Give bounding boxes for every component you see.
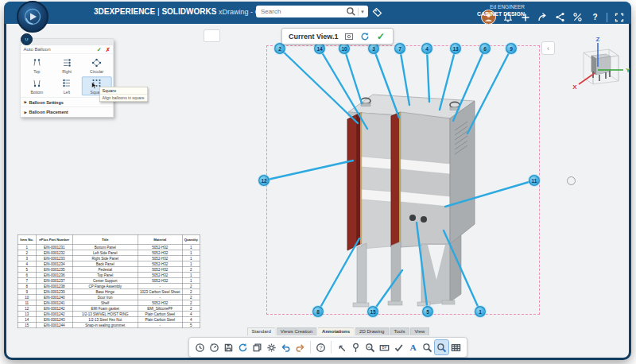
drawing-view-boundary[interactable] [266, 45, 540, 315]
search-icon[interactable] [346, 6, 356, 17]
tab-2d-drawing[interactable]: 2D Drawing [355, 327, 389, 335]
balloon-12[interactable]: 12 [258, 175, 270, 186]
table-row[interactable]: 3EIN-0001233Right Side Panel5052-H321 [17, 256, 200, 261]
option-label: Right [62, 70, 72, 75]
balloon-placement-section[interactable]: ▶ Balloon Placement [21, 107, 114, 118]
balloon-2[interactable]: 2 [274, 43, 285, 54]
bom-cell: EIN-0001231 [36, 245, 72, 250]
bom-table[interactable]: Item No.ePlus Part NumberTitleMaterialQu… [17, 234, 200, 328]
tab-standard[interactable]: Standard [247, 327, 275, 335]
bom-cell: 12 [17, 306, 36, 312]
table-icon[interactable] [449, 340, 463, 354]
bom-cell: EIN-0001236 [36, 273, 72, 278]
table-row[interactable]: 10EIN-0001240Door Iron-2 [17, 295, 200, 300]
dialog-cancel-icon[interactable]: ✗ [106, 46, 111, 52]
leader-icon[interactable] [335, 340, 348, 354]
table-row[interactable]: 6EIN-0001236Top Panel5052-H321 [17, 273, 200, 278]
save-icon[interactable] [222, 340, 235, 354]
text-icon[interactable]: A [406, 340, 420, 354]
auto-balloon-option-right[interactable]: Right [52, 56, 82, 76]
balloon-9[interactable]: 9 [506, 43, 517, 54]
balloon-14[interactable]: 14 [314, 43, 325, 54]
balloon-15[interactable]: 15 [367, 306, 378, 317]
bom-table-container[interactable]: Item No.ePlus Part NumberTitleMaterialQu… [17, 234, 200, 330]
bom-cell: EIN-0001244 [36, 323, 72, 328]
zoom-icon[interactable] [421, 340, 434, 354]
table-row[interactable]: 4EIN-0001234Back Panel5052-H321 [17, 261, 200, 267]
bom-cell: Snap-in sealing grommet [72, 323, 138, 328]
auto-balloon-option-top[interactable]: Top [22, 56, 52, 76]
redo-icon[interactable] [293, 340, 307, 354]
bom-cell: Right Side Panel [72, 256, 138, 261]
command-assistant-icon [21, 33, 33, 45]
refresh-view-icon[interactable] [360, 31, 370, 41]
table-row[interactable]: 7EIN-0001237Center Support5052-H321 [17, 278, 200, 284]
table-row[interactable]: 2EIN-0001232Left Side Panel5052-H321 [17, 250, 200, 256]
sheets-icon[interactable] [250, 340, 264, 354]
share-icon[interactable] [537, 11, 549, 23]
table-row[interactable]: 12EIN-0001242EMI Foam gasketEMI_Silicone… [17, 306, 200, 312]
spell-check-icon[interactable] [392, 340, 405, 354]
history-icon[interactable] [193, 340, 207, 354]
datum-target-icon[interactable]: BF [378, 340, 391, 354]
balloon-icon[interactable] [349, 340, 363, 354]
orientation-triad[interactable]: Z Y X [566, 35, 631, 94]
bom-cell: EIN-0001242 [36, 306, 72, 312]
table-row[interactable]: 11EIN-0001241Shelf5052-H322 [17, 300, 200, 306]
table-row[interactable]: 13EIN-00012421/2-13 SWIVEL HOIST RINGPla… [17, 312, 200, 317]
balloon-7[interactable]: 7 [394, 43, 405, 54]
search-input[interactable] [259, 7, 346, 16]
help-icon[interactable]: ? [314, 340, 328, 354]
3dexperience-logo[interactable] [17, 1, 48, 33]
table-row[interactable]: 14EIN-00012431/2-13 Steel Hex NutPlain C… [17, 317, 200, 323]
find-annotation-icon[interactable]: w [363, 340, 377, 354]
collaborate-icon[interactable] [554, 11, 566, 23]
table-row[interactable]: 1EIN-0001231Bottom Panel5052-H321 [17, 245, 200, 250]
view-rotate-handle[interactable] [567, 176, 576, 185]
panel-collapse-chevron[interactable]: ‹ [541, 41, 555, 55]
user-info[interactable]: Ed ENGINEER CABINET DESIGN [473, 4, 525, 17]
balloon-8[interactable]: 8 [312, 306, 324, 317]
fullscreen-icon[interactable] [613, 11, 625, 23]
zoom-selected-icon[interactable] [435, 340, 448, 354]
measure-icon[interactable] [572, 11, 584, 23]
auto-balloon-option-bottom[interactable]: Bottom [22, 77, 52, 96]
balloon-10[interactable]: 10 [339, 43, 350, 54]
auto-balloon-option-circular[interactable]: Circular [82, 56, 112, 76]
tab-views-creation[interactable]: Views Creation [276, 327, 316, 335]
undo-icon[interactable] [279, 340, 293, 354]
help-icon[interactable]: ? [589, 11, 601, 23]
versions-icon[interactable] [207, 340, 221, 354]
balloon-13[interactable]: 13 [450, 43, 461, 54]
dialog-drag-strip[interactable] [21, 39, 114, 45]
table-row[interactable]: 8EIN-0001238CP Flange Assembly-2 [17, 284, 200, 289]
balloon-6[interactable]: 6 [479, 43, 491, 54]
bom-cell: 2 [182, 289, 200, 295]
tab-annotations[interactable]: Annotations [318, 327, 355, 335]
balloon-11[interactable]: 11 [529, 175, 540, 186]
bom-cell: 1 [182, 250, 200, 256]
table-row[interactable]: 5EIN-0001235Pedestal5052-H322 [17, 267, 200, 273]
search-bar[interactable]: ▼ [256, 6, 368, 17]
balloon-4[interactable]: 4 [421, 43, 432, 54]
balloon-3[interactable]: 3 [368, 43, 379, 54]
auto-balloon-option-left[interactable]: Left [52, 77, 82, 96]
balloon-1[interactable]: 1 [475, 306, 486, 317]
dialog-title: Auto Balloon [24, 47, 97, 52]
tab-tools[interactable]: Tools [390, 327, 409, 335]
search-options-chevron-icon[interactable]: ▼ [360, 10, 365, 14]
update-view-icon[interactable] [344, 31, 355, 41]
tag-icon[interactable] [372, 6, 382, 21]
bom-cell: Shelf [72, 300, 138, 306]
dialog-ok-icon[interactable]: ✓ [97, 46, 102, 52]
table-row[interactable]: 15EIN-0001244Snap-in sealing grommet-5 [17, 323, 200, 328]
square-tooltip: Square Align balloons in square [99, 87, 148, 102]
table-row[interactable]: 9EIN-0001239Base Hinge1023 Carbon Steel … [17, 289, 200, 295]
confirm-check-icon[interactable]: ✓ [376, 31, 386, 41]
bom-cell: 5 [182, 323, 200, 328]
settings-icon[interactable] [265, 340, 278, 354]
sync-icon[interactable] [236, 340, 250, 354]
balloon-5[interactable]: 5 [422, 306, 433, 317]
bom-cell: Door Iron [72, 295, 138, 300]
tab-view[interactable]: View [410, 327, 429, 335]
